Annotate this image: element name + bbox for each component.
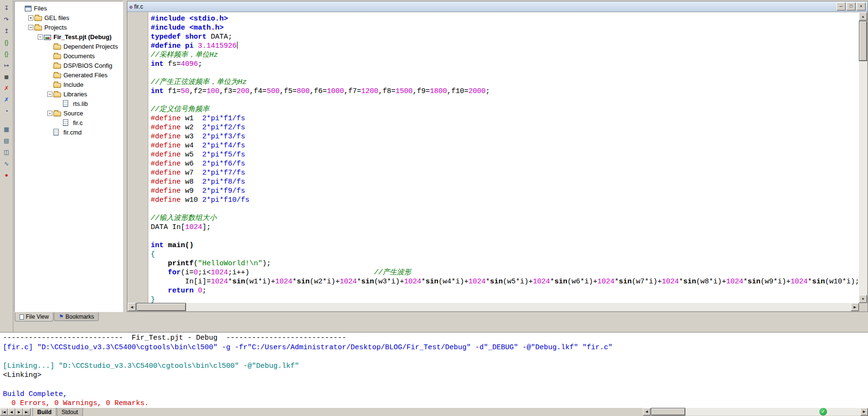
- output-tab-build[interactable]: Build: [32, 408, 56, 416]
- record-icon[interactable]: ●: [1, 170, 12, 180]
- folder-icon: [53, 64, 61, 69]
- build-output-line: <Linking>: [3, 371, 868, 380]
- restore-icon[interactable]: □: [847, 2, 856, 10]
- doc-icon: [63, 100, 68, 107]
- step-out-icon[interactable]: ↥: [1, 26, 12, 36]
- scroll-left-icon[interactable]: ◀: [643, 408, 651, 416]
- remove-breakpoints-icon[interactable]: ✗: [1, 83, 12, 94]
- tree-item-projects[interactable]: −Projects: [15, 22, 123, 32]
- tree-item-fir-c[interactable]: fir.c: [15, 118, 123, 127]
- ccs-ide-window: ↧↷↥{}{}↦◼✗✗◔▦▤◫∿● Files+GEL files−Projec…: [0, 0, 868, 416]
- prev-tab-icon[interactable]: ◀: [8, 408, 15, 416]
- folder-icon: [53, 73, 61, 78]
- collapse-icon[interactable]: −: [47, 111, 52, 116]
- tree-item-fir-test-pjt-debug[interactable]: −Fir_Test.pjt (Debug): [15, 32, 123, 42]
- collapse-icon[interactable]: −: [38, 34, 43, 40]
- minimize-icon[interactable]: ─: [837, 2, 846, 10]
- expand-icon[interactable]: +: [28, 15, 33, 21]
- tree-item-dependent-projects[interactable]: Dependent Projects: [15, 42, 123, 51]
- close-icon[interactable]: ×: [857, 2, 866, 10]
- tree-item-dsp-bios-config[interactable]: DSP/BIOS Config: [15, 61, 123, 70]
- vertical-scrollbar-thumb[interactable]: [859, 21, 867, 61]
- graph-window-icon[interactable]: ∿: [1, 158, 12, 169]
- run-to-cursor-icon[interactable]: ↦: [1, 60, 12, 71]
- code-line: #define w9 2*pi*f9/fs: [151, 187, 859, 196]
- horizontal-scrollbar-thumb[interactable]: [136, 303, 186, 311]
- step-into-icon[interactable]: ↧: [1, 3, 12, 13]
- register-window-icon[interactable]: ▤: [1, 135, 12, 146]
- editor-titlebar[interactable]: ‹› fir.c ─ □ ×: [127, 1, 868, 12]
- editor-horizontal-scrollbar[interactable]: ◀ ▶: [128, 303, 859, 311]
- project-tree: Files+GEL files−Projects−Fir_Test.pjt (D…: [15, 1, 123, 137]
- code-line: //产生正弦波频率，单位为Hz: [151, 78, 859, 87]
- step-over-icon[interactable]: ↷: [1, 14, 12, 25]
- tree-item-libraries[interactable]: −Libraries: [15, 89, 123, 99]
- tree-tab-file-view[interactable]: File View: [15, 312, 53, 322]
- editor-vertical-scrollbar[interactable]: ▲ ▼: [859, 12, 867, 303]
- code-line: //定义信号角频率: [151, 105, 859, 114]
- last-tab-icon[interactable]: ▶|: [23, 408, 31, 416]
- tree-item-label: rts.lib: [72, 100, 89, 107]
- output-tab-label: Stdout: [62, 409, 78, 416]
- build-output[interactable]: ---------------------------- Fir_Test.pj…: [0, 333, 868, 408]
- build-output-line: [fir.c] "D:\CCStudio_v3.3\C5400\cgtools\…: [3, 343, 868, 353]
- output-tabs: BuildStdout: [32, 408, 83, 416]
- output-horizontal-scrollbar[interactable]: ◀ ▶: [643, 408, 868, 416]
- tree-item-source[interactable]: −Source: [15, 108, 123, 118]
- collapse-icon[interactable]: −: [28, 25, 33, 30]
- first-tab-icon[interactable]: |◀: [0, 408, 8, 416]
- code-line: #define w2 2*pi*f2/fs: [151, 123, 859, 132]
- editor-selection-margin[interactable]: [128, 12, 148, 303]
- output-tab-stdout[interactable]: Stdout: [57, 408, 83, 416]
- code-line: #include <math.h>: [151, 23, 859, 32]
- folder-icon: [34, 26, 42, 31]
- run-icon[interactable]: {}: [1, 37, 12, 48]
- collapse-icon[interactable]: −: [47, 92, 52, 97]
- code-line: [151, 96, 859, 105]
- build-output-line: ---------------------------- Fir_Test.pj…: [3, 333, 868, 343]
- scroll-down-icon[interactable]: ▼: [859, 295, 867, 303]
- editor-window: ‹› fir.c ─ □ × #include <stdio.h>#includ…: [127, 1, 868, 312]
- next-tab-icon[interactable]: ▶: [15, 408, 23, 416]
- watch-window-icon[interactable]: ◫: [1, 147, 12, 157]
- animate-icon[interactable]: {}: [1, 49, 12, 59]
- check-icon: ✓: [821, 409, 825, 414]
- tree-item-generated-files[interactable]: Generated Files: [15, 70, 123, 80]
- remove-probepoints-icon[interactable]: ✗: [1, 94, 12, 105]
- memory-window-icon[interactable]: ▦: [1, 124, 12, 135]
- code-area[interactable]: #include <stdio.h>#include <math.h>typed…: [148, 12, 859, 303]
- tree-item-fir-cmd[interactable]: fir.cmd: [15, 127, 123, 137]
- tree-item-label: Generated Files: [62, 72, 109, 79]
- tree-item-label: Fir_Test.pjt (Debug): [52, 33, 113, 41]
- folder-icon: [53, 45, 61, 50]
- folder-icon: [53, 93, 61, 97]
- scroll-up-icon[interactable]: ▲: [859, 12, 867, 21]
- code-line: #define w5 2*pi*f5/fs: [151, 150, 859, 159]
- code-line: #define pi 3.1415926: [151, 42, 859, 51]
- source-file-icon: ‹›: [129, 3, 132, 10]
- tree-item-gel-files[interactable]: +GEL files: [15, 13, 123, 22]
- code-line: #define w6 2*pi*f6/fs: [151, 159, 859, 168]
- overlay-green-icon[interactable]: ✓: [819, 408, 827, 416]
- code-line: for(i=0;i<1024;i++) //产生波形: [151, 268, 859, 277]
- tree-item-documents[interactable]: Documents: [15, 51, 123, 61]
- tree-item-files[interactable]: Files: [15, 3, 123, 13]
- scroll-right-icon[interactable]: ▶: [851, 303, 859, 311]
- doc-icon: [53, 129, 59, 135]
- code-line: #define w7 2*pi*f7/fs: [151, 168, 859, 177]
- code-line: int f1=50,f2=100,f3=200,f4=500,f5=800,f6…: [151, 87, 859, 96]
- code-line: #define w1 2*pi*f1/fs: [151, 114, 859, 123]
- horizontal-scrollbar-thumb[interactable]: [651, 408, 685, 416]
- code-line: In[i]=1024*sin(w1*i)+1024*sin(w2*i)+1024…: [151, 277, 859, 286]
- halt-icon[interactable]: ◼: [1, 72, 12, 82]
- profile-clock-icon[interactable]: ◔: [1, 106, 12, 116]
- tree-item-label: GEL files: [43, 14, 70, 21]
- scroll-right-icon[interactable]: ▶: [860, 408, 868, 416]
- code-line: //输入波形数组大小: [151, 214, 859, 223]
- tree-item-include[interactable]: Include: [15, 80, 123, 89]
- code-line: DATA In[1024];: [151, 223, 859, 232]
- scroll-left-icon[interactable]: ◀: [128, 303, 136, 311]
- tree-item-rts-lib[interactable]: rts.lib: [15, 99, 123, 108]
- tree-tab-bookmarks[interactable]: ⚑Bookmarks: [54, 312, 99, 321]
- doc-icon: [63, 119, 68, 126]
